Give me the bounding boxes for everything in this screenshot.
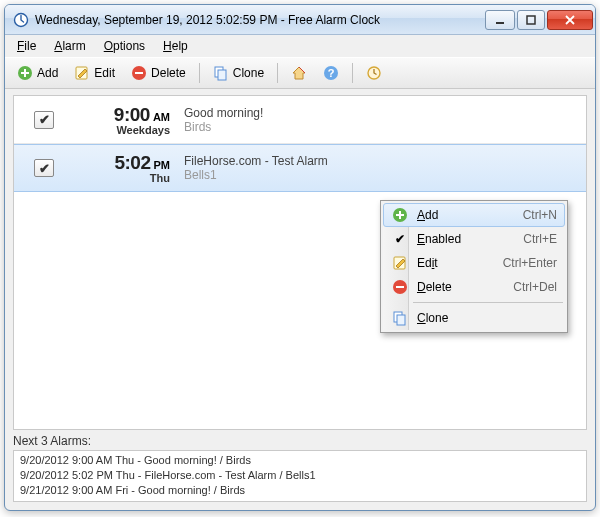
delete-icon — [392, 279, 408, 295]
menu-alarm[interactable]: Alarm — [46, 37, 93, 55]
context-enabled-accel: Ctrl+E — [523, 232, 561, 246]
enabled-checkbox[interactable]: ✔ — [34, 111, 54, 129]
clone-button[interactable]: Clone — [207, 62, 270, 84]
svg-rect-6 — [135, 72, 143, 74]
edit-icon — [392, 255, 408, 271]
menu-help[interactable]: Help — [155, 37, 196, 55]
minimize-button[interactable] — [485, 10, 515, 30]
alarm-time: 9:00AM Weekdays — [64, 104, 184, 136]
next-alarm-line: 9/21/2012 9:00 AM Fri - Good morning! / … — [20, 483, 580, 498]
alarm-row[interactable]: ✔ 5:02PM Thu FileHorse.com - Test Alarm … — [14, 144, 586, 192]
help-tool-button[interactable]: ? — [317, 62, 345, 84]
context-clone[interactable]: Clone — [383, 306, 565, 330]
home-icon — [291, 65, 307, 81]
edit-icon — [74, 65, 90, 81]
edit-label: Edit — [94, 66, 115, 80]
add-icon — [17, 65, 33, 81]
menu-options[interactable]: Options — [96, 37, 153, 55]
home-button[interactable] — [285, 62, 313, 84]
context-enabled[interactable]: ✔ Enabled Ctrl+E — [383, 227, 565, 251]
svg-rect-8 — [218, 70, 226, 80]
enabled-checkbox[interactable]: ✔ — [34, 159, 54, 177]
alarm-description: FileHorse.com - Test Alarm Bells1 — [184, 154, 576, 182]
edit-button[interactable]: Edit — [68, 62, 121, 84]
menubar: File Alarm Options Help — [5, 35, 595, 57]
svg-rect-17 — [397, 315, 405, 325]
check-icon: ✔ — [395, 232, 405, 246]
next-alarms-label: Next 3 Alarms: — [5, 432, 595, 448]
add-icon — [392, 207, 408, 223]
delete-label: Delete — [151, 66, 186, 80]
svg-rect-1 — [496, 22, 504, 24]
window-title: Wednesday, September 19, 2012 5:02:59 PM… — [35, 13, 485, 27]
context-menu: Add Ctrl+N ✔ Enabled Ctrl+E Edit Ctrl+En… — [380, 200, 568, 333]
alarm-time: 5:02PM Thu — [64, 152, 184, 184]
toolbar: Add Edit Delete Clone ? — [5, 57, 595, 89]
toolbar-separator — [199, 63, 200, 83]
svg-rect-2 — [527, 16, 535, 24]
svg-rect-15 — [396, 286, 404, 288]
clone-icon — [392, 310, 408, 326]
delete-icon — [131, 65, 147, 81]
app-icon — [13, 12, 29, 28]
context-delete[interactable]: Delete Ctrl+Del — [383, 275, 565, 299]
context-edit[interactable]: Edit Ctrl+Enter — [383, 251, 565, 275]
alarm-description: Good morning! Birds — [184, 106, 576, 134]
context-delete-accel: Ctrl+Del — [513, 280, 561, 294]
context-add-accel: Ctrl+N — [523, 208, 561, 222]
clone-icon — [213, 65, 229, 81]
context-edit-accel: Ctrl+Enter — [503, 256, 561, 270]
clock-icon — [366, 65, 382, 81]
toolbar-separator — [277, 63, 278, 83]
add-label: Add — [37, 66, 58, 80]
delete-button[interactable]: Delete — [125, 62, 192, 84]
clock-tool-button[interactable] — [360, 62, 388, 84]
toolbar-separator — [352, 63, 353, 83]
close-button[interactable] — [547, 10, 593, 30]
titlebar[interactable]: Wednesday, September 19, 2012 5:02:59 PM… — [5, 5, 595, 35]
clone-label: Clone — [233, 66, 264, 80]
maximize-button[interactable] — [517, 10, 545, 30]
next-alarms-box: 9/20/2012 9:00 AM Thu - Good morning! / … — [13, 450, 587, 502]
menu-file[interactable]: File — [9, 37, 44, 55]
context-add[interactable]: Add Ctrl+N — [383, 203, 565, 227]
next-alarm-line: 9/20/2012 5:02 PM Thu - FileHorse.com - … — [20, 468, 580, 483]
next-alarm-line: 9/20/2012 9:00 AM Thu - Good morning! / … — [20, 453, 580, 468]
alarm-row[interactable]: ✔ 9:00AM Weekdays Good morning! Birds — [14, 96, 586, 144]
svg-text:?: ? — [328, 67, 335, 79]
help-icon: ? — [323, 65, 339, 81]
context-separator — [413, 302, 563, 303]
add-button[interactable]: Add — [11, 62, 64, 84]
